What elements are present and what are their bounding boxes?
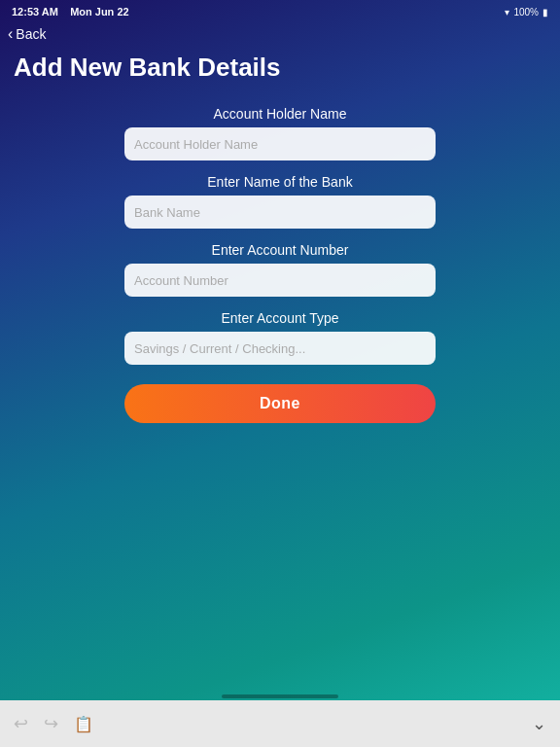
back-label: Back xyxy=(16,26,46,42)
label-account-number: Enter Account Number xyxy=(212,242,349,258)
label-account-type: Enter Account Type xyxy=(221,310,338,326)
toolbar-left: ↩ ↪ 📋 xyxy=(14,713,93,734)
label-account-holder: Account Holder Name xyxy=(214,106,347,122)
home-indicator xyxy=(222,694,338,698)
form-group-account-number: Enter Account Number xyxy=(124,242,436,297)
page-title: Add New Bank Details xyxy=(0,45,560,106)
done-button[interactable]: Done xyxy=(124,384,436,423)
back-button[interactable]: ‹ Back xyxy=(8,25,46,43)
date-display: Mon Jun 22 xyxy=(70,6,129,18)
wifi-icon: ▾ xyxy=(505,7,509,18)
back-history-icon[interactable]: ↩ xyxy=(14,713,28,734)
label-bank-name: Enter Name of the Bank xyxy=(207,174,352,190)
input-account-number[interactable] xyxy=(124,264,436,297)
status-icons: ▾ 100% ▮ xyxy=(505,7,548,18)
forward-history-icon[interactable]: ↪ xyxy=(44,713,58,734)
form-group-account-type: Enter Account Type xyxy=(124,310,436,365)
status-time: 12:53 AM Mon Jun 22 xyxy=(12,6,129,18)
form-group-bank-name: Enter Name of the Bank xyxy=(124,174,436,229)
nav-bar: ‹ Back xyxy=(0,21,560,45)
back-chevron-icon: ‹ xyxy=(8,25,13,43)
battery-icon: ▮ xyxy=(542,7,548,18)
input-bank-name[interactable] xyxy=(124,196,436,229)
toolbar-chevron-down-icon[interactable]: ⌄ xyxy=(532,713,546,734)
form-group-account-holder: Account Holder Name xyxy=(124,106,436,160)
time-display: 12:53 AM xyxy=(12,6,58,18)
input-account-type[interactable] xyxy=(124,332,436,365)
toolbar-right: ⌄ xyxy=(532,713,546,734)
status-bar: 12:53 AM Mon Jun 22 ▾ 100% ▮ xyxy=(0,0,560,21)
clipboard-icon[interactable]: 📋 xyxy=(74,715,93,733)
bottom-toolbar: ↩ ↪ 📋 ⌄ xyxy=(0,700,560,747)
content-area: Account Holder Name Enter Name of the Ba… xyxy=(0,106,560,423)
input-account-holder-name[interactable] xyxy=(124,127,436,160)
battery-text: 100% xyxy=(513,7,539,18)
